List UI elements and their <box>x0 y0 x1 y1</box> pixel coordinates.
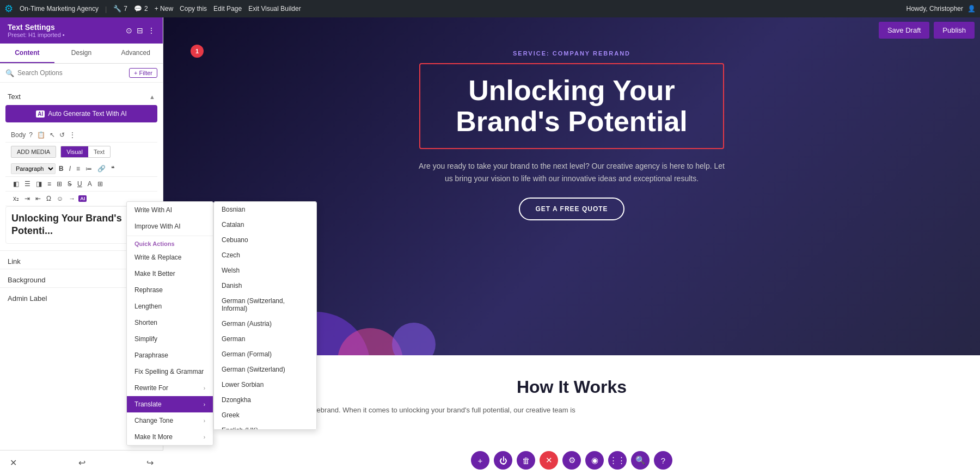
table-btn[interactable]: ⊞ <box>54 179 64 189</box>
ptb-plus-btn[interactable]: + <box>471 451 489 470</box>
lang-welsh[interactable]: Welsh <box>214 263 316 278</box>
link-btn[interactable]: 🔗 <box>95 164 108 174</box>
special-char-btn[interactable]: Ω <box>44 194 53 203</box>
lang-lower-sorbian[interactable]: Lower Sorbian <box>214 377 316 392</box>
quote-btn[interactable]: ❝ <box>109 164 117 174</box>
ai-inline-indicator[interactable]: AI <box>78 195 87 202</box>
make-more-item[interactable]: Make It More › <box>127 429 213 445</box>
site-name[interactable]: On-Time Marketing Agency <box>20 5 99 13</box>
hero-box: Unlocking YourBrand's Potential <box>419 63 724 149</box>
strikethrough-btn[interactable]: S̶ <box>65 179 74 189</box>
comments-icon[interactable]: 💬 2 <box>134 5 148 13</box>
lang-dzongkha[interactable]: Dzongkha <box>214 392 316 408</box>
ai-generate-button[interactable]: AI Auto Generate Text With AI <box>5 105 157 122</box>
ol-btn[interactable]: ≔ <box>83 164 94 174</box>
hero-subtitle: Are you ready to take your brand to the … <box>414 160 730 184</box>
sub-btn[interactable]: x₂ <box>11 194 21 203</box>
body-label: Body <box>11 131 26 139</box>
paraphrase-item[interactable]: Paraphrase <box>127 347 213 363</box>
color-btn[interactable]: A <box>85 179 94 189</box>
lang-german-austria[interactable]: German (Austria) <box>214 316 316 331</box>
lang-greek[interactable]: Greek <box>214 408 316 423</box>
copy-this[interactable]: Copy this <box>180 5 207 13</box>
translate-item[interactable]: Translate › <box>127 396 213 412</box>
text-section-header[interactable]: Text ▲ <box>0 88 163 105</box>
tab-design[interactable]: Design <box>54 44 109 63</box>
visual-view-btn[interactable]: Visual <box>61 146 88 157</box>
ptb-power-btn[interactable]: ⏻ <box>494 451 512 470</box>
make-better-item[interactable]: Make It Better <box>127 266 213 282</box>
write-with-ai-item[interactable]: Write With AI <box>127 202 213 218</box>
lengthen-item[interactable]: Lengthen <box>127 298 213 314</box>
quick-actions-label: Quick Actions <box>127 237 213 249</box>
publish-button[interactable]: Publish <box>934 22 975 39</box>
panel-more-icon[interactable]: ⋮ <box>148 26 155 35</box>
wp-logo-icon[interactable]: ⚙ <box>4 3 13 15</box>
search-input[interactable] <box>17 69 126 77</box>
ptb-close-btn[interactable]: ✕ <box>540 451 558 470</box>
more-format-btn[interactable]: ⊞ <box>95 179 105 189</box>
background-label: Background <box>8 276 45 284</box>
rephrase-item[interactable]: Rephrase <box>127 282 213 298</box>
outdent-btn[interactable]: ⇤ <box>33 194 43 203</box>
lang-danish[interactable]: Danish <box>214 278 316 293</box>
tab-content[interactable]: Content <box>0 44 54 63</box>
indent-btn[interactable]: ⇥ <box>22 194 32 203</box>
edit-page[interactable]: Edit Page <box>213 5 242 13</box>
ptb-settings-btn[interactable]: ◉ <box>585 451 604 470</box>
rich-toolbar-2: ◧ ☰ ◨ ≡ ⊞ S̶ U A ⊞ <box>5 177 157 192</box>
add-media-button[interactable]: ADD MEDIA <box>11 146 56 158</box>
updates-icon[interactable]: 🔧 7 <box>113 5 127 13</box>
ul-btn[interactable]: ≡ <box>74 164 82 174</box>
improve-with-ai-item[interactable]: Improve With AI <box>127 218 213 235</box>
lang-german-ch[interactable]: German (Switzerland) <box>214 362 316 377</box>
shorten-item[interactable]: Shorten <box>127 314 213 331</box>
save-draft-button[interactable]: Save Draft <box>879 22 929 39</box>
align-center-btn[interactable]: ☰ <box>22 179 33 189</box>
redo-bottom-btn[interactable]: ↪ <box>142 455 158 470</box>
close-bottom-btn[interactable]: ✕ <box>5 455 21 470</box>
cta-button[interactable]: GET A FREE QUOTE <box>519 198 624 220</box>
search-icon: 🔍 <box>5 69 14 77</box>
panel-columns-icon[interactable]: ⊟ <box>137 26 143 35</box>
clipboard-icon[interactable]: 📋 <box>36 130 46 140</box>
new-item[interactable]: + New <box>155 5 173 13</box>
bold-btn[interactable]: B <box>57 164 66 174</box>
rewrite-for-item[interactable]: Rewrite For › <box>127 380 213 396</box>
exit-builder[interactable]: Exit Visual Builder <box>248 5 301 13</box>
tab-advanced[interactable]: Advanced <box>108 44 163 63</box>
undo-small-icon[interactable]: ↺ <box>58 130 66 140</box>
paragraph-select[interactable]: Paragraph <box>11 163 56 174</box>
lang-bosnian[interactable]: Bosnian <box>214 202 316 217</box>
change-tone-item[interactable]: Change Tone › <box>127 412 213 429</box>
align-right-btn[interactable]: ◨ <box>34 179 44 189</box>
lang-catalan[interactable]: Catalan <box>214 217 316 232</box>
write-replace-item[interactable]: Write & Replace <box>127 249 213 266</box>
ptb-bars-btn[interactable]: ⋮⋮ <box>608 451 627 470</box>
text-view-btn[interactable]: Text <box>88 146 110 157</box>
ptb-trash-btn[interactable]: 🗑 <box>517 451 535 470</box>
lang-czech[interactable]: Czech <box>214 248 316 263</box>
align-justify-btn[interactable]: ≡ <box>45 179 53 189</box>
more-body-icon[interactable]: ⋮ <box>68 130 77 140</box>
lang-english-uk[interactable]: English (UK) <box>214 423 316 430</box>
simplify-item[interactable]: Simplify <box>127 331 213 347</box>
help-icon[interactable]: ? <box>28 130 34 140</box>
lang-german[interactable]: German <box>214 331 316 347</box>
ptb-search-btn[interactable]: 🔍 <box>631 451 650 470</box>
underline-btn[interactable]: U <box>75 179 84 189</box>
undo-bottom-btn[interactable]: ↩ <box>74 455 90 470</box>
emoji-btn[interactable]: ☺ <box>54 194 65 203</box>
ptb-gear-btn[interactable]: ⚙ <box>562 451 581 470</box>
lang-german-ch-informal[interactable]: German (Switzerland, Informal) <box>214 293 316 316</box>
align-left-btn[interactable]: ◧ <box>11 179 21 189</box>
italic-btn[interactable]: I <box>67 164 73 174</box>
lang-cebuano[interactable]: Cebuano <box>214 232 316 248</box>
lang-german-formal[interactable]: German (Formal) <box>214 347 316 362</box>
filter-button[interactable]: + Filter <box>129 68 157 78</box>
fix-spelling-item[interactable]: Fix Spelling & Grammar <box>127 363 213 380</box>
ltr-btn[interactable]: → <box>66 194 77 203</box>
cursor-icon[interactable]: ↖ <box>48 130 56 140</box>
panel-clear-icon[interactable]: ⊙ <box>126 26 132 35</box>
ptb-question-btn[interactable]: ? <box>654 451 672 470</box>
